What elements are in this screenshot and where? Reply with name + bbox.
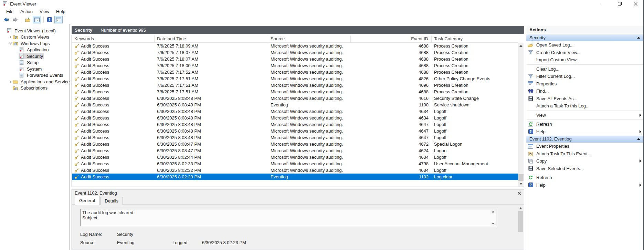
scroll-up-arrow-icon[interactable] xyxy=(518,43,524,49)
tab-general[interactable]: General xyxy=(75,196,99,205)
cell-datetime: 6/30/2025 8:08:48 PM xyxy=(155,122,268,127)
table-row[interactable]: Audit Success6/30/2025 8:08:48 PMMicroso… xyxy=(72,95,518,102)
minimize-button[interactable] xyxy=(596,0,612,8)
chevron-down-icon[interactable] xyxy=(8,42,12,44)
action-properties[interactable]: Properties xyxy=(526,80,643,88)
actions-section-header-event-1102-eventlog[interactable]: Event 1102, Eventlog xyxy=(526,135,643,143)
action-view[interactable]: View xyxy=(526,112,643,119)
cell-text: User Account Management xyxy=(434,161,488,166)
action-help[interactable]: ?Help xyxy=(526,128,643,136)
table-row[interactable]: Audit Success6/30/2025 8:08:48 PMMicroso… xyxy=(72,134,518,141)
cell-text: 4688 xyxy=(419,89,429,94)
table-row[interactable]: Audit Success6/30/2025 8:02:44 PMMicroso… xyxy=(72,154,518,160)
event-field-row: Log Name:Security xyxy=(80,232,496,237)
table-row[interactable]: Audit Success7/6/2025 7:17:51 AMMicrosof… xyxy=(72,82,518,88)
table-row[interactable]: Audit Success6/30/2025 8:02:33 PMMicroso… xyxy=(72,160,518,167)
column-header-date-and-time[interactable]: Date and Time xyxy=(155,35,268,42)
forward-arrow-button[interactable] xyxy=(11,16,19,23)
table-row[interactable]: Audit Success7/6/2025 7:17:51 AMMicrosof… xyxy=(72,75,518,82)
action-copy[interactable]: Copy xyxy=(526,157,643,165)
sidebar-item-security[interactable]: Security xyxy=(0,53,70,60)
table-row[interactable]: Audit Success7/6/2025 7:18:07 AMMicrosof… xyxy=(72,56,518,62)
sidebar-item-custom-views[interactable]: Custom Views xyxy=(0,34,70,41)
cell-task: Logoff xyxy=(432,115,519,121)
cell-text: Microsoft Windows security auditing. xyxy=(271,155,343,160)
chevron-right-icon[interactable] xyxy=(8,80,12,83)
help-button[interactable]: ? xyxy=(45,16,54,23)
open-saved-log-button[interactable] xyxy=(24,16,32,23)
action-event-properties[interactable]: Event Properties xyxy=(526,143,643,150)
action-refresh[interactable]: Refresh xyxy=(526,174,643,181)
actions-section-header-security[interactable]: Security xyxy=(526,34,643,41)
action-save-selected-events[interactable]: Save Selected Events... xyxy=(526,165,643,173)
table-row[interactable]: Audit Success6/30/2025 8:02:23 PMEventlo… xyxy=(72,174,518,180)
cell-text: 4688 xyxy=(419,43,429,49)
scroll-down-arrow-icon[interactable] xyxy=(518,181,524,187)
table-row[interactable]: Audit Success6/30/2025 8:08:48 PMMicroso… xyxy=(72,128,518,134)
table-row[interactable]: Audit Success7/6/2025 7:17:52 AMMicrosof… xyxy=(72,69,518,75)
sidebar-item-applications-and-services-lo[interactable]: Applications and Services Lo xyxy=(0,79,70,85)
table-row[interactable]: Audit Success6/30/2025 8:02:32 PMMicroso… xyxy=(72,167,518,174)
action-find[interactable]: Find... xyxy=(526,87,643,95)
sidebar-item-subscriptions[interactable]: Subscriptions xyxy=(0,85,70,92)
table-row[interactable]: Audit Success7/6/2025 7:17:51 AMMicrosof… xyxy=(72,88,518,95)
action-attach-task-to-this-event[interactable]: Attach Task To This Event... xyxy=(526,150,643,158)
column-header-task-category[interactable]: Task Category xyxy=(432,35,519,42)
tab-details[interactable]: Details xyxy=(100,197,123,205)
back-arrow-button[interactable] xyxy=(2,16,10,23)
action-attach-a-task-to-this-log[interactable]: Attach a Task To this Log... xyxy=(526,102,643,110)
preview-scrollbar[interactable] xyxy=(518,205,524,250)
action-refresh[interactable]: Refresh xyxy=(526,121,643,128)
action-help[interactable]: ?Help xyxy=(526,181,643,189)
close-preview-icon[interactable] xyxy=(518,191,521,195)
table-row[interactable]: Audit Success7/6/2025 7:18:07 AMMicrosof… xyxy=(72,49,518,56)
action-clear-log[interactable]: Clear Log... xyxy=(526,65,643,73)
scrollbar-thumb[interactable] xyxy=(518,211,523,232)
tree-item-content: Security xyxy=(19,53,44,59)
menu-view[interactable]: View xyxy=(36,8,53,15)
column-header-source[interactable]: Source xyxy=(268,35,351,42)
scrollbar-thumb[interactable] xyxy=(518,174,524,181)
action-save-all-events-as[interactable]: Save All Events As... xyxy=(526,95,643,103)
table-row[interactable]: Audit Success6/30/2025 8:08:48 PMMicroso… xyxy=(72,121,518,128)
description-scroll-down-icon[interactable] xyxy=(490,222,496,226)
action-filter-current-log[interactable]: Filter Current Log... xyxy=(526,73,643,80)
table-scrollbar[interactable] xyxy=(518,43,524,187)
column-header-event-id[interactable]: Event ID xyxy=(351,35,432,42)
action-create-custom-view[interactable]: Create Custom View... xyxy=(526,49,643,56)
window-title: Event Viewer xyxy=(10,1,36,7)
table-row[interactable]: Audit Success6/30/2025 8:08:48 PMMicroso… xyxy=(72,115,518,121)
scroll-up-arrow-icon[interactable] xyxy=(518,205,524,211)
cell-text: Security State Change xyxy=(434,96,479,101)
chevron-right-icon[interactable] xyxy=(8,35,12,39)
table-row[interactable]: Audit Success6/30/2025 8:08:49 PMEventlo… xyxy=(72,102,518,108)
menu-help[interactable]: Help xyxy=(53,8,69,15)
table-row[interactable]: Audit Success6/30/2025 8:08:47 PMMicroso… xyxy=(72,147,518,154)
action-import-custom-view[interactable]: Import Custom View... xyxy=(526,56,643,64)
restore-button[interactable] xyxy=(612,0,627,8)
sidebar-item-forwarded-events[interactable]: Forwarded Events xyxy=(0,72,70,79)
sidebar-item-application[interactable]: Application xyxy=(0,47,70,53)
sidebar-item-windows-logs[interactable]: Windows Logs xyxy=(0,40,70,47)
column-header-keywords[interactable]: Keywords xyxy=(72,35,155,42)
description-scroll-up-icon[interactable] xyxy=(490,210,496,213)
action-pane-toggle-button[interactable] xyxy=(54,16,63,23)
table-row[interactable]: Audit Success7/6/2025 7:18:00 AMMicrosof… xyxy=(72,62,518,69)
table-row[interactable]: Audit Success6/30/2025 8:08:48 PMMicroso… xyxy=(72,108,518,115)
cell-text: Audit Success xyxy=(81,161,109,166)
cell-datetime: 6/30/2025 8:08:48 PM xyxy=(155,96,268,101)
sidebar-item-system[interactable]: System xyxy=(0,66,70,72)
console-tree-toggle-button[interactable] xyxy=(33,16,41,23)
preview-pane: Event 1102, Eventlog GeneralDetails The … xyxy=(72,189,524,250)
cell-text: Audit Success xyxy=(81,109,109,114)
event-description-box[interactable]: The audit log was cleared. Subject: Secu… xyxy=(80,209,496,226)
cell-task: Other Policy Change Events xyxy=(432,76,519,81)
table-row[interactable]: Audit Success7/6/2025 7:18:09 AMMicrosof… xyxy=(72,43,518,49)
table-row[interactable]: Audit Success6/30/2025 8:08:47 PMMicroso… xyxy=(72,141,518,147)
action-open-saved-log[interactable]: Open Saved Log... xyxy=(526,41,643,49)
sidebar-item-setup[interactable]: Setup xyxy=(0,60,70,66)
sidebar-item-event-viewer-local-[interactable]: Event Viewer (Local) xyxy=(0,28,70,34)
menu-file[interactable]: File xyxy=(3,8,17,15)
close-button[interactable] xyxy=(627,0,643,8)
menu-action[interactable]: Action xyxy=(17,8,36,15)
